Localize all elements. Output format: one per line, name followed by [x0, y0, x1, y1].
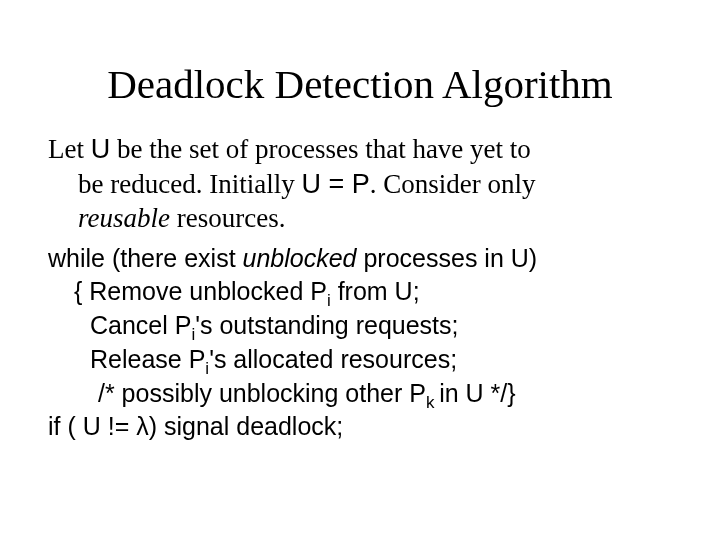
algo-if: if ( U != λ) signal deadlock;	[48, 410, 672, 444]
algo-comment: /* possibly unblocking other Pk in U */}	[48, 377, 672, 411]
text: processes in U)	[357, 244, 538, 272]
unblocked-word: unblocked	[243, 244, 357, 272]
text: /* possibly unblocking other P	[98, 379, 426, 407]
text: while (there exist	[48, 244, 243, 272]
text: Release P	[90, 345, 205, 373]
algorithm-block: while (there exist unblocked processes i…	[48, 242, 672, 445]
text: 's allocated resources;	[209, 345, 457, 373]
reusable-word: reusable	[78, 203, 170, 233]
algo-while: while (there exist unblocked processes i…	[48, 242, 672, 276]
text: from U;	[331, 277, 420, 305]
text: { Remove unblocked P	[74, 277, 327, 305]
text: in U */}	[439, 379, 515, 407]
slide: Deadlock Detection Algorithm Let U be th…	[0, 0, 720, 540]
text: be the set of processes that have yet to	[110, 134, 531, 164]
intro-line-2: be reduced. Initially U = P. Consider on…	[48, 167, 672, 202]
algo-release: Release Pi's allocated resources;	[48, 343, 672, 377]
text: . Consider only	[370, 169, 536, 199]
text: Let	[48, 134, 91, 164]
subscript-k: k	[426, 393, 439, 412]
text: resources.	[170, 203, 285, 233]
intro-paragraph: Let U be the set of processes that have …	[48, 132, 672, 236]
algo-remove: { Remove unblocked Pi from U;	[48, 275, 672, 309]
text: be reduced. Initially	[78, 169, 301, 199]
text: 's outstanding requests;	[195, 311, 458, 339]
intro-line-3: reusable resources.	[48, 201, 672, 236]
slide-title: Deadlock Detection Algorithm	[48, 60, 672, 108]
symbol-U-eq-P: U = P	[301, 169, 369, 199]
intro-line-1: Let U be the set of processes that have …	[48, 132, 672, 167]
text: Cancel P	[90, 311, 191, 339]
symbol-U: U	[91, 134, 111, 164]
algo-cancel: Cancel Pi's outstanding requests;	[48, 309, 672, 343]
